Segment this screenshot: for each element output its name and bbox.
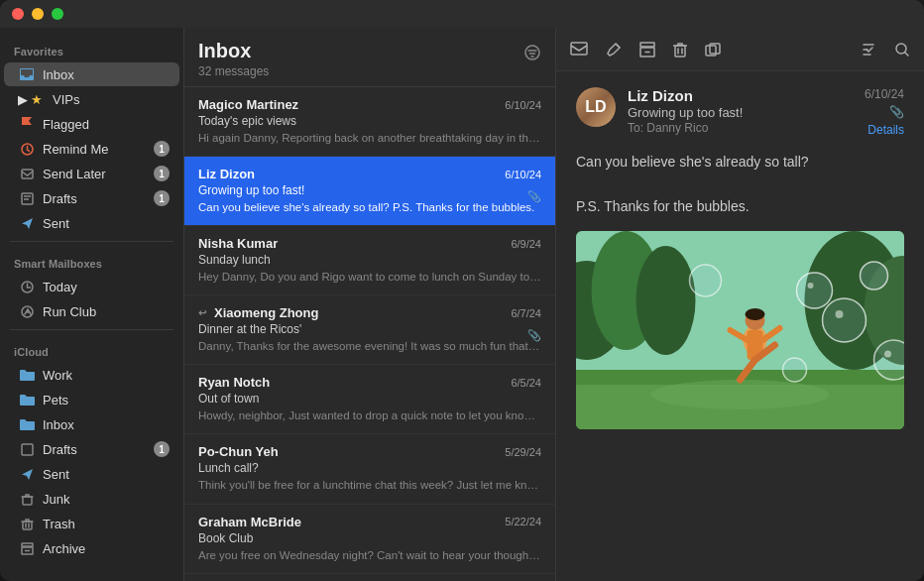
mail-item[interactable]: Liz Dizon 6/10/24 Growing up too fast! C… — [184, 157, 555, 226]
mail-item[interactable]: Nisha Kumar 6/9/24 Sunday lunch Hey Dann… — [184, 226, 555, 295]
run-club-icon — [18, 302, 36, 320]
mail-preview: Can you believe she's already so tall? P… — [198, 199, 541, 215]
mail-list-header: Inbox 32 messages — [184, 28, 555, 87]
mail-sender: Nisha Kumar — [198, 236, 278, 251]
mail-detail: LD Liz Dizon Growing up too fast! To: Da… — [556, 28, 924, 581]
email-details-link[interactable]: Details — [867, 123, 904, 137]
more-toolbar-button[interactable] — [861, 42, 876, 58]
mail-list-title-group: Inbox 32 messages — [198, 40, 269, 78]
mail-subject: Today's epic views — [198, 114, 541, 128]
icloud-inbox-label: Inbox — [43, 417, 170, 432]
mail-subject: Lunch call? — [198, 461, 541, 475]
sidebar-item-icloud-sent[interactable]: Sent — [4, 462, 179, 486]
archive-toolbar-button[interactable] — [639, 42, 655, 58]
sent-label: Sent — [43, 216, 170, 231]
mail-sender: Magico Martinez — [198, 97, 298, 112]
mail-preview: Danny, Thanks for the awesome evening! I… — [198, 338, 541, 354]
drafts-icon — [18, 189, 36, 207]
search-toolbar-button[interactable] — [894, 42, 910, 58]
svg-point-40 — [836, 310, 844, 318]
mail-detail-toolbar — [556, 28, 924, 71]
mail-date: 6/7/24 — [511, 307, 541, 319]
mail-subject: Dinner at the Ricos' — [198, 322, 541, 336]
filter-icon[interactable] — [523, 44, 541, 66]
svg-point-37 — [808, 283, 814, 289]
email-sender-name: Liz Dizon — [628, 87, 865, 104]
work-label: Work — [43, 368, 170, 383]
main-content: Favorites Inbox ▶ ★ VIPs — [0, 28, 924, 581]
svg-rect-7 — [23, 522, 32, 529]
svg-point-39 — [823, 298, 866, 342]
sidebar-item-icloud-drafts[interactable]: Drafts 1 — [4, 437, 179, 461]
mail-subject: Growing up too fast! — [198, 183, 541, 197]
svg-rect-6 — [23, 497, 32, 505]
sidebar-item-pets[interactable]: Pets — [4, 388, 179, 411]
sidebar-item-icloud-inbox[interactable]: Inbox — [4, 412, 179, 436]
close-button[interactable] — [12, 8, 24, 20]
mail-item[interactable]: Magico Martinez 6/10/24 Today's epic vie… — [184, 87, 555, 157]
work-folder-icon — [18, 366, 36, 384]
mail-sender: Po-Chun Yeh — [198, 444, 279, 459]
mail-item[interactable]: Po-Chun Yeh 5/29/24 Lunch call? Think yo… — [184, 434, 555, 504]
sidebar-item-flagged[interactable]: Flagged — [4, 112, 179, 136]
junk-icon — [18, 490, 36, 508]
mail-date: 5/29/24 — [505, 446, 541, 458]
minimize-button[interactable] — [32, 8, 44, 20]
svg-point-10 — [525, 46, 539, 59]
maximize-button[interactable] — [52, 8, 63, 20]
mail-list: Inbox 32 messages Magico Martinez 6/10/2… — [184, 28, 556, 581]
email-body: Can you believe she's already so tall? P… — [576, 151, 904, 217]
sidebar-item-archive[interactable]: Archive — [4, 536, 179, 560]
mail-item[interactable]: ↩ Xiaomeng Zhong 6/7/24 Dinner at the Ri… — [184, 295, 555, 365]
svg-point-42 — [861, 262, 888, 290]
vips-arrow: ▶ — [18, 92, 28, 107]
move-toolbar-button[interactable] — [705, 43, 721, 57]
attachment-icon: 📎 — [527, 329, 541, 342]
icloud-drafts-icon — [18, 440, 36, 458]
run-club-label: Run Club — [43, 304, 170, 319]
vips-label: VIPs — [53, 92, 170, 107]
mail-item[interactable]: Ryan Notch 6/5/24 Out of town Howdy, nei… — [184, 365, 555, 434]
sidebar-item-today[interactable]: Today — [4, 275, 179, 298]
email-body-line2: P.S. Thanks for the bubbles. — [576, 195, 904, 217]
svg-point-44 — [690, 265, 722, 296]
icloud-sent-label: Sent — [43, 467, 170, 482]
mail-date: 6/5/24 — [511, 377, 541, 389]
sidebar-item-drafts[interactable]: Drafts 1 — [4, 186, 179, 210]
mail-subject: Sunday lunch — [198, 253, 541, 267]
sidebar-item-inbox[interactable]: Inbox — [4, 62, 179, 86]
mail-preview: Howdy, neighbor, Just wanted to drop a q… — [198, 407, 541, 423]
remind-me-badge: 1 — [154, 141, 170, 157]
send-later-icon — [18, 165, 36, 182]
svg-point-36 — [797, 273, 833, 308]
mail-window: Favorites Inbox ▶ ★ VIPs — [0, 0, 924, 581]
mail-preview: Are you free on Wednesday night? Can't w… — [198, 547, 541, 563]
delete-toolbar-button[interactable] — [673, 42, 687, 58]
pets-folder-icon — [18, 391, 36, 408]
sidebar: Favorites Inbox ▶ ★ VIPs — [0, 28, 184, 581]
sidebar-item-trash[interactable]: Trash — [4, 512, 179, 535]
svg-point-47 — [884, 351, 891, 358]
sidebar-item-send-later[interactable]: Send Later 1 — [4, 162, 179, 185]
compose-toolbar-button[interactable] — [606, 42, 622, 58]
reply-toolbar-button[interactable] — [570, 42, 588, 58]
sidebar-item-sent[interactable]: Sent — [4, 211, 179, 235]
remind-icon — [18, 140, 36, 158]
mail-item[interactable]: Graham McBride 5/22/24 Book Club Are you… — [184, 505, 555, 574]
sidebar-item-work[interactable]: Work — [4, 363, 179, 387]
sidebar-item-junk[interactable]: Junk — [4, 487, 179, 511]
divider-smart — [10, 241, 173, 242]
email-date: 6/10/24 — [865, 87, 904, 101]
sidebar-item-run-club[interactable]: Run Club — [4, 299, 179, 323]
drafts-label: Drafts — [43, 191, 154, 206]
mail-subject: Out of town — [198, 392, 541, 406]
send-later-badge: 1 — [154, 166, 170, 181]
svg-rect-1 — [22, 170, 33, 178]
send-later-label: Send Later — [43, 167, 154, 181]
sidebar-item-remind-me[interactable]: Remind Me 1 — [4, 137, 179, 161]
sidebar-item-vips[interactable]: ▶ ★ VIPs — [4, 87, 179, 111]
mail-date: 6/10/24 — [505, 99, 541, 111]
icloud-sent-icon — [18, 465, 36, 483]
icloud-header: iCloud — [0, 336, 183, 362]
mail-sender: Graham McBride — [198, 515, 301, 529]
